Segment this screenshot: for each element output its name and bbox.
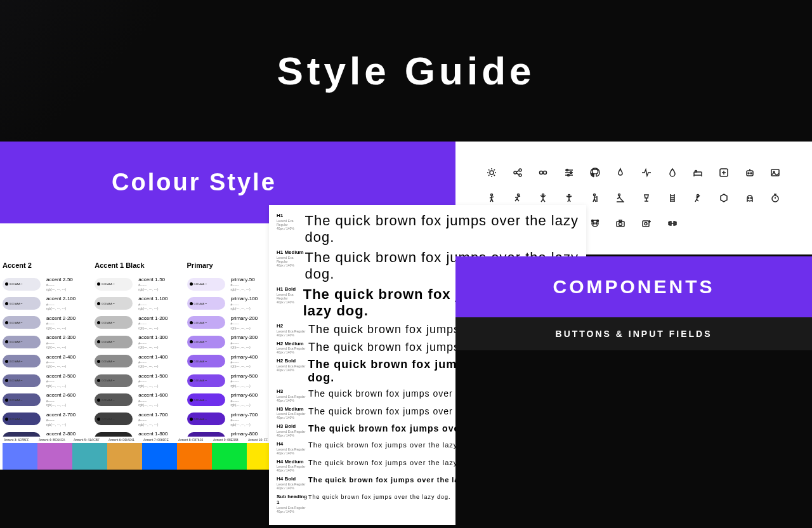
swatch-meta: accent 1-700#------rgb(---, ---, ---) bbox=[138, 412, 167, 426]
colour-chip[interactable]: 0.00 AAA •• bbox=[187, 412, 225, 425]
colour-chip[interactable]: 0.00 AAA •• bbox=[187, 316, 225, 329]
colour-chip[interactable]: 0.00 AAA •• bbox=[95, 374, 133, 387]
svg-point-29 bbox=[517, 194, 519, 196]
colour-chip[interactable]: 0.00 AAA •• bbox=[187, 393, 225, 406]
svg-line-5 bbox=[516, 173, 519, 175]
swatch-row: 0.00 AAA ••accent 2-500#------rgb(---, -… bbox=[3, 373, 75, 388]
accent-tile[interactable]: Accent 6: DDA041 bbox=[107, 437, 142, 470]
colour-chip[interactable]: 0.00 AAA •• bbox=[95, 297, 133, 310]
colour-chip[interactable]: 0.00 AAA •• bbox=[95, 393, 133, 406]
ghost-icon bbox=[744, 192, 756, 204]
colour-chip[interactable]: 0.00 AAA •• bbox=[187, 336, 225, 348]
typo-label: H2 BoldLexend Exa Regular40px / 140% bbox=[277, 358, 308, 385]
colour-chip[interactable]: 0.00 AAA •• bbox=[3, 316, 41, 329]
colour-chip[interactable]: 0.00 AAA •• bbox=[3, 297, 41, 310]
accent-tile[interactable]: Accent 9: 08E338 bbox=[212, 437, 247, 470]
colour-chip[interactable]: 0.00 AAA •• bbox=[3, 374, 41, 387]
hexagon-icon bbox=[718, 192, 730, 204]
accent-tile[interactable]: Accent 7: 0069FE bbox=[142, 437, 177, 470]
github-icon bbox=[589, 167, 601, 178]
svg-point-72 bbox=[645, 223, 647, 225]
components-title: COMPONENTS bbox=[553, 276, 714, 298]
swatch-meta: primary-100#------rgb(---, ---, ---) bbox=[231, 296, 258, 310]
svg-point-23 bbox=[748, 173, 749, 174]
swatch-meta: accent 2-400#------rgb(---, ---, ---) bbox=[46, 354, 75, 369]
colour-chip[interactable]: 0.00 AAA •• bbox=[3, 278, 41, 291]
svg-point-67 bbox=[596, 223, 597, 225]
typo-sample: The quick brown fox jumps over the lazy … bbox=[308, 494, 451, 513]
svg-point-1 bbox=[514, 171, 516, 174]
typo-label: H4Lexend Exa Regular40px / 140% bbox=[277, 441, 308, 455]
svg-point-2 bbox=[519, 169, 521, 171]
lamp-icon bbox=[641, 192, 652, 204]
svg-rect-71 bbox=[643, 221, 649, 227]
swatch-meta: accent 2-100#------rgb(---, ---, ---) bbox=[46, 296, 75, 310]
svg-point-24 bbox=[750, 173, 752, 174]
swatch-meta: accent 2-600#------rgb(---, ---, ---) bbox=[46, 392, 75, 407]
colour-chip[interactable]: 0.00 AAA •• bbox=[187, 355, 225, 367]
svg-point-33 bbox=[619, 194, 620, 196]
swatch-meta: accent 1-400#------rgb(---, ---, ---) bbox=[138, 354, 167, 369]
svg-point-69 bbox=[619, 223, 622, 226]
colour-chip[interactable]: 0.00 AAA •• bbox=[3, 412, 41, 425]
bed-icon bbox=[692, 167, 704, 178]
components-body bbox=[455, 350, 812, 528]
typo-sample: The quick brown fox jumps over the lazy … bbox=[308, 459, 476, 473]
components-header: COMPONENTS bbox=[455, 256, 812, 317]
camera-icon bbox=[615, 218, 626, 229]
sliders-icon bbox=[563, 167, 575, 178]
swatch-row: 0.00 AAA ••accent 2-300#------rgb(---, -… bbox=[3, 334, 75, 349]
swatch-meta: accent 2-700#------rgb(---, ---, ---) bbox=[46, 412, 75, 426]
colour-chip[interactable]: 0.00 AAA •• bbox=[3, 336, 41, 348]
colour-chip[interactable]: 0.00 AAA •• bbox=[95, 355, 133, 367]
colour-title: Colour Style bbox=[112, 169, 277, 196]
typo-label: H2Lexend Exa Regular40px / 140% bbox=[277, 323, 308, 337]
swatch-row: 0.00 AAA ••accent 1-500#------rgb(---, -… bbox=[95, 373, 167, 388]
hike-icon bbox=[589, 192, 601, 204]
colour-chip[interactable]: 0.00 AAA •• bbox=[187, 278, 225, 291]
page-title: Style Guide bbox=[277, 48, 535, 93]
accent-tile[interactable]: Accent 8: F87602 bbox=[177, 437, 212, 470]
typo-label: H3 BoldLexend Exa Regular40px / 140% bbox=[277, 423, 308, 437]
ladder-icon bbox=[667, 192, 678, 204]
swatch-row: 0.00 AAA ••accent 2-200#------rgb(---, -… bbox=[3, 315, 75, 330]
accent-row: Accent 3: 607BFFAccent 4: BC64CAAccent 5… bbox=[3, 437, 282, 470]
colour-chip[interactable]: 0.00 AAA •• bbox=[95, 336, 133, 348]
swatch-row: 0.00 AAA ••accent 1-700#------rgb(---, -… bbox=[95, 412, 167, 426]
swatch-row: 0.00 AAA ••accent 2-50#------rgb(---, --… bbox=[3, 277, 75, 291]
swatch-row: 0.00 AAA ••accent 2-600#------rgb(---, -… bbox=[3, 392, 75, 407]
svg-rect-26 bbox=[771, 169, 779, 176]
svg-point-28 bbox=[491, 194, 493, 196]
typo-label: H1 MediumLexend Exa Regular40px / 140% bbox=[277, 249, 304, 282]
svg-point-32 bbox=[593, 194, 595, 196]
colour-chip[interactable]: 0.00 AAA •• bbox=[187, 297, 225, 310]
swatch-row: 0.00 AAA ••accent 2-100#------rgb(---, -… bbox=[3, 296, 75, 310]
typo-label: Sub heading 1Lexend Exa Regular40px / 14… bbox=[277, 494, 308, 513]
swatch-meta: accent 1-600#------rgb(---, ---, ---) bbox=[138, 392, 167, 407]
typo-label: H3 MediumLexend Exa Regular40px / 140% bbox=[277, 406, 308, 420]
swatch-row: 0.00 AAA ••accent 1-200#------rgb(---, -… bbox=[95, 315, 167, 330]
swatch-row: 0.00 AAA ••primary-600#------rgb(---, --… bbox=[187, 392, 258, 407]
accent-tile[interactable]: Accent 3: 607BFF bbox=[3, 437, 37, 470]
colour-chip[interactable]: 0.00 AAA •• bbox=[187, 374, 225, 387]
swatch-row: 0.00 AAA ••primary-200#------rgb(---, --… bbox=[187, 315, 258, 330]
colour-chip[interactable]: 0.00 AAA •• bbox=[95, 412, 133, 425]
stretch-icon bbox=[537, 192, 549, 204]
swatch-meta: accent 1-50#------rgb(---, ---, ---) bbox=[138, 277, 165, 291]
swatch-row: 0.00 AAA ••primary-50#------rgb(---, ---… bbox=[187, 277, 258, 291]
colour-chip[interactable]: 0.00 AAA •• bbox=[95, 316, 133, 329]
colour-chip[interactable]: 0.00 AAA •• bbox=[3, 355, 41, 367]
colour-chip[interactable]: 0.00 AAA •• bbox=[3, 393, 41, 406]
typo-sample: The quick brown fox jumps over the lazy … bbox=[304, 213, 579, 246]
svg-point-31 bbox=[568, 195, 570, 197]
colour-chip[interactable]: 0.00 AAA •• bbox=[95, 278, 133, 291]
fire-icon bbox=[615, 167, 626, 178]
svg-point-3 bbox=[519, 174, 521, 176]
hero-banner: Style Guide bbox=[0, 0, 812, 142]
accent-tile[interactable]: Accent 4: BC64CA bbox=[37, 437, 72, 470]
accent-tile[interactable]: Accent 5: 41ACB7 bbox=[72, 437, 107, 470]
ski-icon bbox=[615, 192, 626, 204]
swatch-row: 0.00 AAA ••accent 1-300#------rgb(---, -… bbox=[95, 334, 167, 349]
typo-row: H1Lexend Exa Regular40px / 140%The quick… bbox=[277, 213, 579, 246]
swatch-meta: accent 2-500#------rgb(---, ---, ---) bbox=[46, 373, 75, 388]
